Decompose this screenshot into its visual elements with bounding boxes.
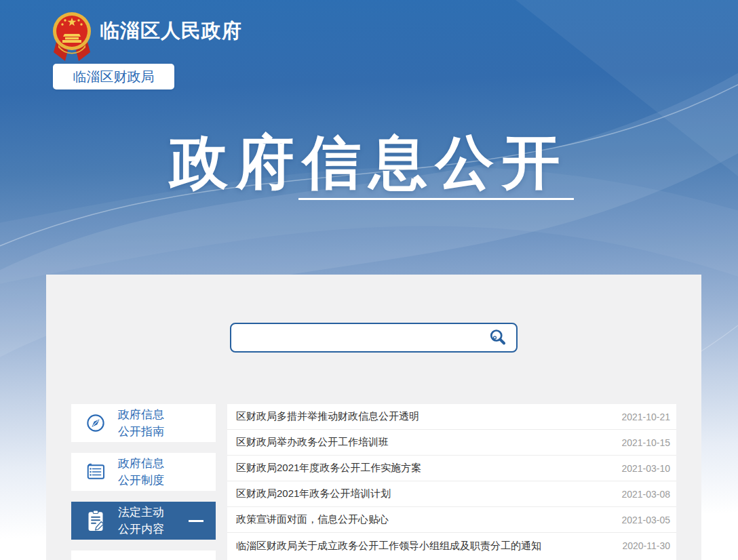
collapse-minus-icon[interactable] <box>189 520 203 522</box>
search-box[interactable] <box>230 323 518 353</box>
sidebar-item-label: 政府信息 公开指南 <box>118 406 164 440</box>
news-row[interactable]: 区财政局2021年政务公开培训计划 2021-03-08 <box>227 481 676 507</box>
news-date: 2021-03-10 <box>621 463 670 474</box>
rulebook-icon <box>83 460 108 484</box>
news-title: 区财政局2021年度政务公开工作实施方案 <box>236 462 421 475</box>
news-date: 2021-10-15 <box>621 437 670 448</box>
search-button[interactable] <box>486 326 509 349</box>
department-name: 临淄区财政局 <box>73 68 155 86</box>
site-header: 临淄区人民政府 <box>51 9 242 62</box>
sidebar-item-statutory-disclosure[interactable]: 法定主动 公开内容 <box>71 502 216 540</box>
news-date: 2020-11-30 <box>622 540 670 551</box>
sidebar-subitem-org-functions[interactable]: 机构职能 <box>71 551 216 560</box>
news-title: 政策宣讲面对面，信息公开心贴心 <box>236 513 389 526</box>
sidebar-item-label: 法定主动 公开内容 <box>118 504 164 538</box>
news-title: 区财政局举办政务公开工作培训班 <box>236 436 389 449</box>
page-title: 政府信息公开 <box>0 130 738 195</box>
sidebar-nav: 政府信息 公开指南 <box>71 404 216 560</box>
hero-section: 政府信息公开 <box>0 130 738 195</box>
title-underline <box>298 198 574 200</box>
news-title: 区财政局2021年政务公开培训计划 <box>236 487 391 500</box>
news-title: 临淄区财政局关于成立政务公开工作领导小组组成及职责分工的通知 <box>236 540 541 553</box>
department-badge[interactable]: 临淄区财政局 <box>53 64 174 89</box>
sidebar-item-disclosure-system[interactable]: 政府信息 公开制度 <box>71 453 216 491</box>
news-row[interactable]: 政策宣讲面对面，信息公开心贴心 2021-03-05 <box>227 507 676 533</box>
news-row[interactable]: 临淄区财政局关于成立政务公开工作领导小组组成及职责分工的通知 2020-11-3… <box>227 533 676 559</box>
site-name: 临淄区人民政府 <box>100 18 242 45</box>
news-list: 区财政局多措并举推动财政信息公开透明 2021-10-21 区财政局举办政务公开… <box>227 404 676 560</box>
news-row[interactable]: 区财政局多措并举推动财政信息公开透明 2021-10-21 <box>227 404 676 430</box>
compass-icon <box>83 411 108 435</box>
national-emblem-icon <box>51 9 93 62</box>
news-title: 区财政局多措并举推动财政信息公开透明 <box>236 410 419 423</box>
news-date: 2021-03-08 <box>621 489 670 500</box>
sidebar-item-disclosure-guide[interactable]: 政府信息 公开指南 <box>71 404 216 442</box>
content-panel: 政府信息 公开指南 <box>46 275 701 560</box>
main-content: 政府信息 公开指南 <box>46 404 701 560</box>
news-row[interactable]: 区财政局2021年度政务公开工作实施方案 2021-03-10 <box>227 456 676 481</box>
clipboard-icon <box>83 508 108 533</box>
news-date: 2021-10-21 <box>621 412 670 422</box>
news-date: 2021-03-05 <box>621 515 670 525</box>
search-input[interactable] <box>241 324 486 351</box>
sidebar-item-label: 政府信息 公开制度 <box>118 455 164 489</box>
search-icon <box>488 327 508 348</box>
news-row[interactable]: 区财政局举办政务公开工作培训班 2021-10-15 <box>227 430 676 456</box>
